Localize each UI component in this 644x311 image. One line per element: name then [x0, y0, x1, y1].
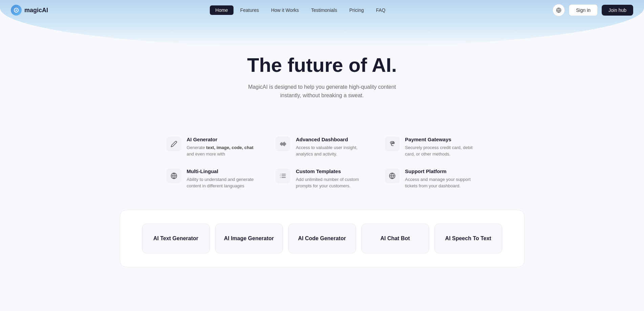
ai-generator-icon-wrap	[166, 137, 181, 151]
support-platform-icon-wrap	[385, 168, 400, 183]
card-ai-text-generator[interactable]: AI Text Generator	[142, 224, 210, 253]
feature-ai-generator: AI Generator Generate text, image, code,…	[166, 137, 260, 158]
support-globe-icon	[389, 172, 396, 179]
feature-multi-lingual: Multi-Lingual Ability to understand and …	[166, 168, 260, 189]
nav-features[interactable]: Features	[235, 5, 264, 15]
nav-how-it-works[interactable]: How it Works	[266, 5, 304, 15]
card-ai-speech-to-text-title: AI Speech To Text	[445, 235, 491, 241]
payment-gateways-text: Payment Gateways Securely process credit…	[405, 137, 478, 158]
features-grid: AI Generator Generate text, image, code,…	[153, 137, 491, 189]
ai-generator-text: AI Generator Generate text, image, code,…	[187, 137, 260, 158]
product-cards-section: AI Text Generator AI Image Generator AI …	[109, 210, 535, 267]
globe-feature-icon	[171, 172, 177, 179]
custom-templates-icon-wrap	[275, 168, 290, 183]
language-globe-button[interactable]	[553, 4, 565, 16]
ai-generator-desc: Generate text, image, code, chat and eve…	[187, 144, 260, 158]
brand-name: magicAI	[24, 7, 48, 14]
multi-lingual-text: Multi-Lingual Ability to understand and …	[187, 168, 260, 189]
brand-logo[interactable]: magicAI	[11, 5, 48, 16]
support-platform-desc: Access and manage your support tickets f…	[405, 176, 478, 189]
waveform-icon	[280, 141, 286, 147]
hero-title: The future of AI.	[7, 54, 637, 76]
feature-custom-templates: Custom Templates Add unlimited number of…	[275, 168, 369, 189]
nav-links: Home Features How it Works Testimonials …	[210, 5, 391, 15]
card-ai-text-generator-title: AI Text Generator	[153, 235, 198, 241]
card-ai-image-generator-title: AI Image Generator	[224, 235, 274, 241]
card-ai-speech-to-text[interactable]: AI Speech To Text	[435, 224, 502, 253]
logo-icon	[11, 5, 22, 16]
navbar: magicAI Home Features How it Works Testi…	[0, 0, 644, 20]
hero-section: The future of AI. MagicAI is designed to…	[0, 27, 644, 120]
feature-support-platform: Support Platform Access and manage your …	[385, 168, 478, 189]
nav-faq[interactable]: FAQ	[371, 5, 391, 15]
custom-templates-text: Custom Templates Add unlimited number of…	[296, 168, 369, 189]
pencil-icon	[171, 141, 177, 147]
globe-icon	[556, 7, 561, 13]
custom-templates-desc: Add unlimited number of custom prompts f…	[296, 176, 369, 189]
list-icon	[280, 172, 286, 179]
join-hub-button[interactable]: Join hub	[602, 5, 633, 16]
navbar-actions: Sign in Join hub	[553, 4, 633, 16]
card-ai-code-generator-title: AI Code Generator	[298, 235, 346, 241]
card-ai-code-generator[interactable]: AI Code Generator	[288, 224, 356, 253]
advanced-dashboard-desc: Access to valuable user insight, analyti…	[296, 144, 369, 158]
advanced-dashboard-icon-wrap	[275, 137, 290, 151]
feature-advanced-dashboard: Advanced Dashboard Access to valuable us…	[275, 137, 369, 158]
cards-container: AI Text Generator AI Image Generator AI …	[120, 210, 525, 267]
ai-generator-title: AI Generator	[187, 137, 260, 142]
custom-templates-title: Custom Templates	[296, 168, 369, 174]
payment-gateways-title: Payment Gateways	[405, 137, 478, 142]
multi-lingual-desc: Ability to understand and generate conte…	[187, 176, 260, 189]
svg-point-1	[16, 9, 17, 11]
main-content: The future of AI. MagicAI is designed to…	[0, 0, 644, 267]
card-ai-chat-bot-title: AI Chat Bot	[380, 235, 410, 241]
multi-lingual-title: Multi-Lingual	[187, 168, 260, 174]
sign-in-button[interactable]: Sign in	[569, 4, 598, 16]
multi-lingual-icon-wrap	[166, 168, 181, 183]
feature-payment-gateways: Payment Gateways Securely process credit…	[385, 137, 478, 158]
hero-subtitle: MagicAI is designed to help you generate…	[241, 83, 403, 100]
nav-pricing[interactable]: Pricing	[344, 5, 369, 15]
advanced-dashboard-text: Advanced Dashboard Access to valuable us…	[296, 137, 369, 158]
payment-gateways-icon-wrap	[385, 137, 400, 151]
cards-row: AI Text Generator AI Image Generator AI …	[131, 224, 513, 253]
support-platform-text: Support Platform Access and manage your …	[405, 168, 478, 189]
nav-home[interactable]: Home	[210, 5, 233, 15]
paypal-icon	[389, 141, 396, 147]
advanced-dashboard-title: Advanced Dashboard	[296, 137, 369, 142]
support-platform-title: Support Platform	[405, 168, 478, 174]
card-ai-chat-bot[interactable]: AI Chat Bot	[361, 224, 429, 253]
payment-gateways-desc: Securely process credit card, debit card…	[405, 144, 478, 158]
card-ai-image-generator[interactable]: AI Image Generator	[215, 224, 283, 253]
nav-testimonials[interactable]: Testimonials	[306, 5, 342, 15]
